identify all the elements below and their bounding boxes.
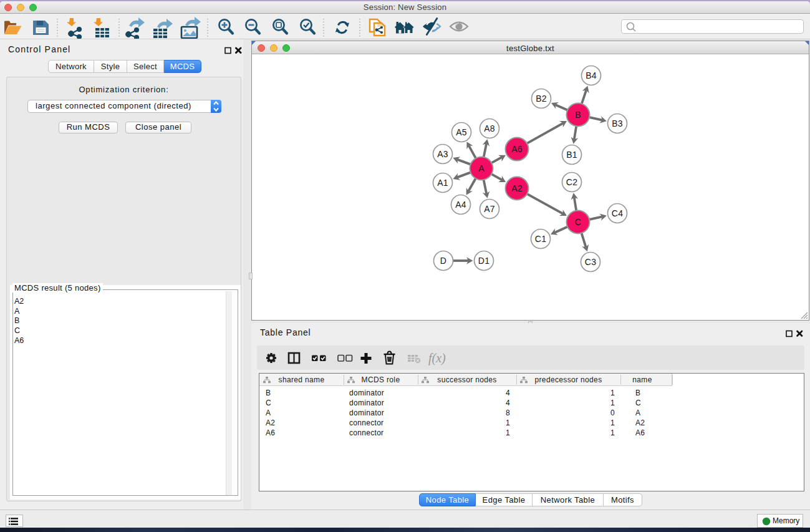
svg-text:C: C	[575, 217, 581, 227]
svg-text:A4: A4	[455, 200, 466, 210]
svg-text:B1: B1	[566, 150, 577, 160]
svg-text:C1: C1	[535, 234, 546, 244]
svg-text:f(x): f(x)	[428, 351, 446, 365]
svg-text:B3: B3	[612, 118, 623, 128]
svg-text:C3: C3	[585, 257, 596, 267]
svg-text:A: A	[478, 163, 485, 173]
svg-text:A8: A8	[484, 123, 495, 133]
svg-text:D: D	[440, 256, 446, 266]
svg-text:A5: A5	[456, 127, 467, 137]
svg-text:B: B	[575, 110, 581, 120]
svg-text:A7: A7	[484, 204, 495, 214]
svg-text:A2: A2	[511, 183, 523, 193]
svg-text:C4: C4	[612, 208, 623, 218]
svg-text:B4: B4	[586, 70, 597, 80]
svg-text:A3: A3	[437, 149, 448, 159]
svg-text:A1: A1	[437, 178, 448, 188]
svg-text:D1: D1	[478, 256, 489, 266]
svg-text:A6: A6	[511, 144, 523, 154]
svg-text:C2: C2	[566, 177, 577, 187]
svg-text:B2: B2	[536, 94, 547, 104]
